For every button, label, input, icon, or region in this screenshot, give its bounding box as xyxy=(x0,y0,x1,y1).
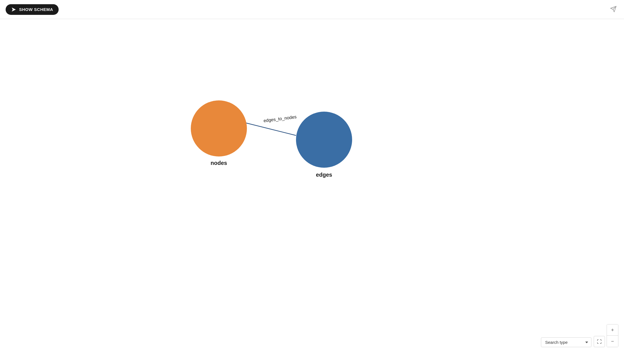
svg-marker-0 xyxy=(12,7,16,11)
schema-icon xyxy=(11,7,16,12)
edge-label: edges_to_nodes xyxy=(263,114,297,123)
zoom-out-button[interactable]: − xyxy=(607,336,618,347)
zoom-out-label: − xyxy=(611,339,614,344)
zoom-in-button[interactable]: + xyxy=(607,324,618,336)
fit-button[interactable] xyxy=(594,336,605,347)
graph-svg: edges_to_nodes nodes edges xyxy=(0,19,624,364)
zoom-in-label: + xyxy=(611,328,614,333)
top-bar: SHOW SCHEMA xyxy=(0,0,624,19)
search-type-select[interactable]: Search type Node Edge xyxy=(541,337,591,347)
show-schema-button[interactable]: SHOW SCHEMA xyxy=(6,4,59,15)
graph-canvas[interactable]: edges_to_nodes nodes edges xyxy=(0,19,624,364)
edge-line xyxy=(246,123,296,135)
node-edges-label: edges xyxy=(316,172,332,178)
zoom-controls: + − xyxy=(607,324,618,347)
node-nodes-circle[interactable] xyxy=(191,100,247,156)
node-nodes-label: nodes xyxy=(211,160,227,166)
show-schema-label: SHOW SCHEMA xyxy=(19,7,53,12)
send-button[interactable] xyxy=(608,4,618,15)
search-type-container: Search type Node Edge xyxy=(541,337,591,347)
search-type-wrapper: Search type Node Edge xyxy=(541,337,591,347)
send-icon xyxy=(610,6,617,12)
node-edges-circle[interactable] xyxy=(296,112,352,168)
fit-icon xyxy=(597,339,602,344)
